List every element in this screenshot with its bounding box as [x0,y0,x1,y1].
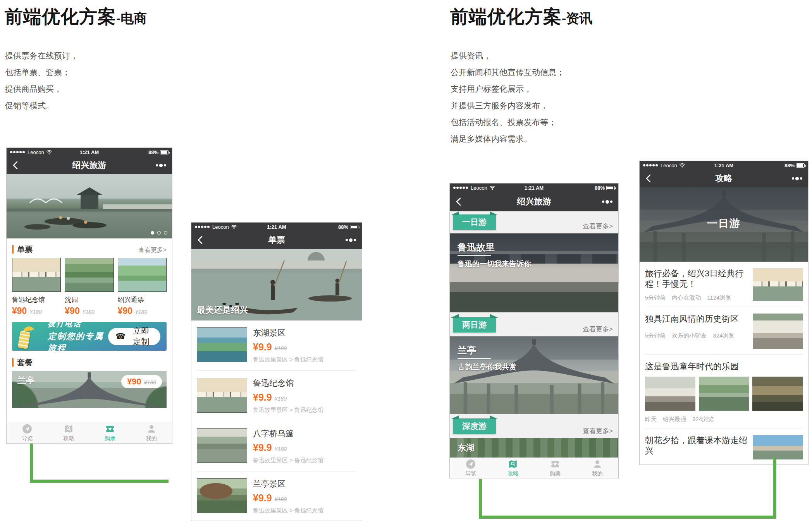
article-meta: 昨天 绍兴最强 324浏览 [645,416,803,423]
desc-line: 提供资讯， [451,47,564,64]
see-more-link[interactable]: 查看更多> [583,222,613,231]
more-menu-button[interactable] [602,200,612,204]
article-item[interactable]: 旅行必备，绍兴3日经典行程！手慢无！ 5分钟前 内心在激动 1124浏览 [645,262,803,307]
back-button[interactable] [456,197,461,206]
person-icon [592,459,602,469]
article-meta: 5分钟前 内心在激动 1124浏览 [645,294,753,302]
article-title: 这是鲁迅童年时代的乐园 [645,361,803,372]
status-bar: Leocon 1:21 AM 88% [640,161,808,170]
product-card[interactable]: 沈园 ¥90¥180 [65,258,114,316]
back-button[interactable] [197,236,203,244]
hero-scene-art [7,174,172,238]
article-author: 欢乐的小驴友 [672,332,707,339]
tab-guide-active[interactable]: 攻略 [492,458,534,478]
tab-guide[interactable]: 攻略 [48,422,89,443]
right-title: 前端优化方案 [450,6,562,27]
ticket-list-item[interactable]: 兰亭景区 ¥9.9¥180 鲁迅故里景区 > 鲁迅纪念馆 [197,471,356,521]
product-name: 绍兴通票 [118,295,167,304]
tab-label: 导览 [22,435,33,442]
tab-tickets-active[interactable]: 购票 [89,422,131,443]
call-customize-banner[interactable]: ☂ 拨打电话 定制您的专属旅程 ☎ 立即定制 [12,322,167,351]
carousel-dot[interactable] [157,231,161,235]
ticket-photo [197,428,247,463]
tour-card-lanting[interactable]: 兰亭 古韵兰亭你我共赏 [450,336,618,414]
back-button[interactable] [645,174,651,183]
tour-card-luxun[interactable]: 鲁迅故里 鲁迅的一切我来告诉你 [450,233,618,312]
ticket-name: 八字桥乌篷 [253,428,323,439]
desc-line: 满足多媒体内容需求。 [451,130,564,147]
carousel-dot-active[interactable] [151,231,154,235]
article-photo [752,377,803,411]
carousel-dots[interactable] [151,231,167,235]
banner-line1: 拨打电话 [48,319,108,329]
umbrella-icon: ☂ [21,322,36,341]
more-menu-button[interactable] [346,238,356,242]
package-name: 兰亭 [17,375,34,386]
ticket-old-price: ¥180 [275,345,287,351]
carousel-dot[interactable] [164,231,167,235]
hero-carousel-photo[interactable] [7,174,172,238]
chevron-left-icon [645,174,651,183]
article-item[interactable]: 朝花夕拾，跟着课本游走绍兴 [645,428,803,464]
section-label: 套餐 [12,358,33,367]
desc-line: 公开新闻和其他宣传互动信息； [451,64,564,81]
article-photo [753,268,803,301]
section-header-package: 套餐 [7,351,172,370]
status-bar: Leocon 1:21 AM 88% [450,183,618,192]
person-icon [146,424,157,434]
product-old-price: ¥180 [83,309,95,315]
guide-hero-banner[interactable]: 一日游 [640,187,808,262]
product-card[interactable]: 绍兴通票 ¥90¥180 [118,258,167,316]
article-photo-row [645,377,803,411]
product-cards: 鲁迅纪念馆 ¥90¥180 沈园 ¥90¥180 绍兴通票 ¥90¥180 [7,258,172,316]
ticket-list-item[interactable]: 鲁迅纪念馆 ¥9.9¥180 鲁迅故里景区 > 鲁迅纪念馆 [197,371,356,421]
tab-tickets[interactable]: 购票 [534,458,576,478]
ticket-breadcrumb: 鲁迅故里景区 > 鲁迅纪念馆 [253,457,323,464]
tab-label: 攻略 [63,435,74,442]
tour-card-subtitle: 古韵兰亭你我共赏 [458,362,516,372]
banner-line2: 定制您的专属旅程 [48,331,108,354]
chevron-left-icon [456,197,461,206]
ticket-old-price: ¥180 [275,396,287,402]
connector-line [30,480,169,483]
more-menu-button[interactable] [156,164,166,167]
article-item[interactable]: 独具江南风情的历史街区 5分钟前 欢乐的小驴友 324浏览 [645,307,803,355]
see-more-link[interactable]: 查看更多> [138,246,167,254]
tab-label: 我的 [146,435,157,442]
more-menu-button[interactable] [792,177,802,180]
article-list: 旅行必备，绍兴3日经典行程！手慢无！ 5分钟前 内心在激动 1124浏览 独具江… [640,262,808,464]
tab-profile[interactable]: 我的 [131,422,172,443]
tour-card-donghu[interactable]: 东湖 [450,438,618,458]
phone-icon: ☎ [115,332,126,341]
article-views: 324浏览 [692,416,714,423]
article-views: 1124浏览 [707,294,731,302]
product-photo [12,258,61,292]
package-old-price: ¥180 [144,379,156,386]
ribbon-tag[interactable]: 深度游 [453,418,496,434]
ticket-list-item[interactable]: 东湖景区 ¥9.9¥180 鲁迅故里景区 > 鲁迅纪念馆 [197,320,356,371]
see-more-link[interactable]: 查看更多> [583,325,613,334]
product-card[interactable]: 鲁迅纪念馆 ¥90¥180 [12,258,61,316]
tab-navigate[interactable]: 导览 [450,458,492,478]
phone-guide-articles: Leocon 1:21 AM 88% 攻略 一日游 旅行必备，绍兴3日经典行程！… [639,161,809,465]
tab-profile[interactable]: 我的 [576,458,618,478]
call-now-button[interactable]: ☎ 立即定制 [108,328,160,345]
ticket-list: 东湖景区 ¥9.9¥180 鲁迅故里景区 > 鲁迅纪念馆 鲁迅纪念馆 ¥9.9¥… [191,320,362,521]
tab-label: 购票 [550,470,561,477]
connector-line [479,516,776,519]
status-time: 1:21 AM [7,149,172,155]
article-item[interactable]: 这是鲁迅童年时代的乐园 昨天 绍兴最强 324浏览 [645,355,803,428]
status-bar: Leocon 1:21 AM 88% [191,223,362,231]
package-price-pill: ¥90 ¥180 [121,375,162,388]
ribbon-tag[interactable]: 一日游 [453,214,496,230]
ribbon-tag[interactable]: 两日游 [453,317,496,332]
battery-percent: 88% [595,185,605,191]
package-banner[interactable]: 兰亭 ¥90 ¥180 [12,371,167,408]
see-more-link[interactable]: 查看更多> [583,427,613,435]
ticket-list-item[interactable]: 八字桥乌篷 ¥9.9¥180 鲁迅故里景区 > 鲁迅纪念馆 [197,421,356,471]
phone-ticket-list: Leocon 1:21 AM 88% 单票 最美还是绍兴 [191,222,362,521]
hero-photo: 最美还是绍兴 [191,249,362,320]
back-button[interactable] [12,161,18,170]
article-time: 5分钟前 [645,332,666,339]
tab-navigate[interactable]: 导览 [7,422,48,443]
